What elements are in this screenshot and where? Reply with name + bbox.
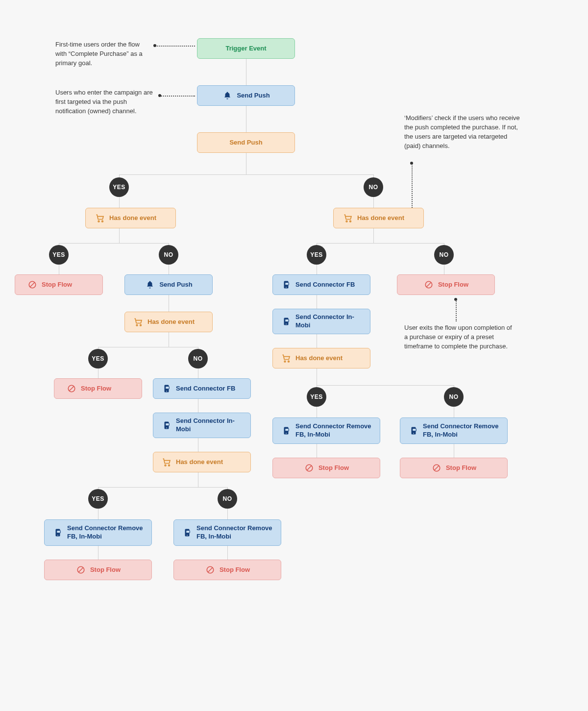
annotation-dot-3	[410, 162, 413, 165]
connector	[198, 438, 198, 452]
svg-rect-43	[413, 429, 416, 431]
node-label: Send Connector Remove FB, In-Mobi	[423, 422, 500, 439]
phone-icon	[281, 316, 292, 327]
badge-label: YES	[310, 251, 323, 258]
connector	[373, 197, 374, 208]
node-send-inmobi-left: Send Connector In-Mobi	[153, 413, 251, 438]
bell-icon	[145, 279, 155, 290]
node-stop-right-2b: Stop Flow	[400, 458, 508, 478]
connector	[317, 385, 454, 386]
node-label: Send Connector Remove FB, In-Mobi	[67, 524, 145, 541]
node-send-inmobi-right: Send Connector In-Mobi	[272, 309, 370, 334]
node-remove-left-no: Send Connector Remove FB, In-Mobi	[173, 519, 281, 546]
svg-rect-29	[286, 287, 287, 288]
badge-yes: YES	[49, 245, 69, 265]
svg-line-47	[434, 466, 439, 470]
svg-line-45	[307, 466, 311, 470]
connector	[246, 106, 246, 132]
badge-label: NO	[164, 251, 173, 258]
svg-point-36	[284, 361, 286, 362]
svg-line-9	[70, 387, 74, 391]
phone-icon	[161, 420, 172, 431]
badge-no: NO	[218, 489, 237, 509]
svg-point-0	[98, 221, 99, 222]
connector	[246, 59, 246, 85]
node-remove-left-yes: Send Connector Remove FB, In-Mobi	[44, 519, 152, 546]
cart-icon	[95, 213, 105, 223]
node-label: Stop Flow	[220, 566, 250, 574]
annotation-dot-2	[158, 94, 161, 97]
badge-label: NO	[449, 393, 459, 400]
annotation-text: Users who enter the campaign are first t…	[55, 89, 153, 115]
node-label: Send Connector Remove FB, In-Mobi	[196, 524, 274, 541]
phone-icon	[161, 383, 172, 394]
stop-icon	[423, 279, 434, 290]
svg-rect-35	[285, 319, 289, 322]
svg-line-5	[30, 283, 35, 287]
connector	[317, 444, 317, 458]
svg-rect-12	[166, 387, 170, 389]
connector	[317, 368, 317, 385]
badge-label: YES	[92, 495, 104, 502]
connector	[317, 265, 317, 274]
node-has-done-left: Has done event	[85, 208, 176, 228]
node-label: Send Push	[237, 92, 270, 100]
node-stop-left-2: Stop Flow	[54, 378, 142, 399]
node-label: Send Connector Remove FB, In-Mobi	[295, 422, 373, 439]
svg-point-7	[140, 324, 142, 326]
node-has-done-right: Has done event	[333, 208, 424, 228]
node-label: Send Push	[229, 139, 262, 147]
cart-icon	[161, 457, 172, 467]
cart-icon	[343, 213, 353, 223]
flow-diagram: First-time users order the flow with “Co…	[0, 0, 588, 711]
node-send-fb-right: Send Connector FB	[272, 274, 370, 295]
connector	[98, 509, 98, 519]
connector	[98, 487, 227, 488]
svg-rect-34	[286, 324, 287, 325]
annotation-dot-1	[153, 44, 156, 47]
node-label: Has done event	[109, 214, 156, 222]
connector	[198, 399, 198, 413]
connector	[454, 444, 454, 458]
badge-yes: YES	[307, 387, 326, 407]
badge-yes: YES	[88, 489, 108, 509]
badge-no: NO	[188, 349, 208, 368]
annotation-dotted-2	[160, 96, 195, 97]
svg-rect-39	[286, 433, 287, 434]
connector	[98, 546, 98, 560]
stop-icon	[75, 564, 86, 575]
svg-rect-14	[166, 428, 167, 429]
node-label: Stop Flow	[438, 281, 468, 289]
badge-no: NO	[159, 245, 178, 265]
connector	[317, 295, 317, 309]
stop-icon	[304, 463, 315, 473]
node-stop-left-3a: Stop Flow	[44, 560, 152, 580]
svg-point-37	[288, 361, 290, 362]
phone-icon	[281, 425, 292, 436]
node-label: Has done event	[295, 354, 343, 363]
node-label: Stop Flow	[90, 566, 121, 574]
connector	[119, 174, 373, 175]
connector	[119, 197, 120, 208]
connector	[169, 265, 169, 274]
node-label: Has done event	[357, 214, 404, 222]
phone-icon	[408, 425, 419, 436]
connector	[198, 472, 198, 487]
node-send-push-modifier: Send Push	[197, 132, 295, 153]
connector	[119, 228, 120, 243]
annotation-dotted-3	[412, 164, 413, 208]
badge-label: NO	[369, 184, 378, 191]
svg-rect-15	[166, 423, 170, 426]
annotation-dot-4	[454, 298, 457, 301]
connector	[373, 228, 374, 243]
node-stop-right-2a: Stop Flow	[272, 458, 380, 478]
node-has-done-left-3: Has done event	[153, 452, 251, 472]
annotation-dotted-1	[155, 46, 195, 47]
connector	[454, 407, 454, 417]
badge-label: YES	[52, 251, 65, 258]
node-label: Stop Flow	[446, 464, 476, 472]
phone-icon	[182, 527, 193, 538]
connector	[227, 509, 228, 519]
annotation-text: First-time users order the flow with “Co…	[55, 41, 143, 67]
stop-icon	[27, 279, 38, 290]
